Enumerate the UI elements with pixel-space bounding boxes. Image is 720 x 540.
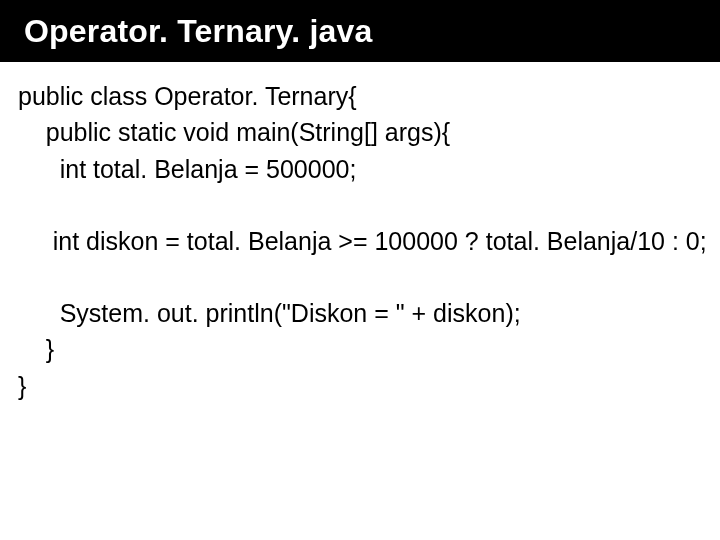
title-bar: Operator. Ternary. java xyxy=(0,0,720,62)
code-block: public class Operator. Ternary{ public s… xyxy=(18,78,702,404)
code-line-7: } xyxy=(18,368,702,404)
code-line-1: public class Operator. Ternary{ xyxy=(18,78,702,114)
code-line-4: int diskon = total. Belanja >= 100000 ? … xyxy=(18,223,702,259)
slide: Operator. Ternary. java public class Ope… xyxy=(0,0,720,540)
blank-line-1 xyxy=(18,187,702,223)
code-line-3: int total. Belanja = 500000; xyxy=(18,151,702,187)
code-line-6: } xyxy=(18,331,702,367)
code-line-2: public static void main(String[] args){ xyxy=(18,114,702,150)
code-line-5: System. out. println("Diskon = " + disko… xyxy=(18,295,702,331)
blank-line-2 xyxy=(18,259,702,295)
slide-title: Operator. Ternary. java xyxy=(0,13,372,50)
